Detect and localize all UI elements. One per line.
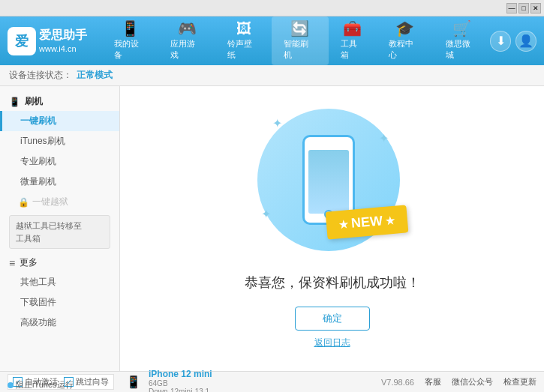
sidebar-more-header: ≡ 更多 (0, 252, 119, 272)
itunes-flash-label: iTunes刷机 (20, 136, 65, 146)
device-info: iPhone 12 mini 64GB Down-12mini-13,1 (149, 369, 212, 393)
nav-apps-games[interactable]: 🎮 应用游戏 (158, 16, 215, 65)
tutorial-icon: 🎓 (395, 21, 414, 36)
minimize-button[interactable]: — (506, 3, 517, 13)
more-label: 更多 (20, 256, 38, 269)
flash-section-icon: 📱 (9, 97, 20, 107)
smart-flash-icon: 🔄 (290, 21, 309, 36)
device-system: Down-12mini-13,1 (149, 388, 212, 393)
confirm-button[interactable]: 确定 (295, 307, 370, 331)
sidebar-item-pro-flash[interactable]: 专业刷机 (0, 151, 119, 172)
sidebar-item-download-firmware[interactable]: 下载固件 (0, 292, 119, 313)
logo-sub-text: www.i4.cn (39, 43, 87, 55)
nav-my-device-label: 我的设备 (114, 38, 146, 61)
download-firmware-label: 下载固件 (20, 297, 56, 307)
sidebar-item-one-key-flash[interactable]: 一键刷机 (0, 111, 119, 131)
my-device-icon: 📱 (121, 21, 140, 36)
sparkle-icon-3: ✦ (261, 207, 271, 221)
sidebar-note-line1: 越狱工具已转移至 (16, 220, 104, 232)
advanced-label: 高级功能 (20, 317, 56, 328)
close-button[interactable]: ✕ (530, 3, 541, 13)
nav-bar: 📱 我的设备 🎮 应用游戏 🖼 铃声壁纸 🔄 智能刷机 🧰 工具箱 🎓 教程中心… (102, 16, 490, 65)
nav-wallpaper-label: 铃声壁纸 (227, 38, 260, 61)
sidebar-flash-header: 📱 刷机 (0, 92, 119, 111)
nav-tutorial-label: 教程中心 (389, 38, 421, 61)
customer-service-link[interactable]: 客服 (425, 376, 441, 388)
success-text: 恭喜您，保资料刷机成功啦！ (245, 274, 420, 292)
nav-tutorial[interactable]: 🎓 教程中心 (377, 16, 433, 65)
status-bar: 设备连接状态： 正常模式 (0, 65, 544, 86)
nav-smart-flash[interactable]: 🔄 智能刷机 (272, 16, 328, 65)
nav-weidian[interactable]: 🛒 微思微城 (434, 16, 490, 65)
wallpaper-icon: 🖼 (236, 21, 251, 36)
jailbreak-label: 一键越狱 (32, 196, 68, 208)
bottom-bar: ✓ 自动激活 ✓ 跳过向导 📱 iPhone 12 mini 64GB Down… (0, 371, 544, 392)
phone-illustration: ✦ ✦ ✦ NEW (257, 109, 407, 259)
sidebar-jailbreak-disabled: 🔒 一键越狱 (0, 192, 119, 212)
itunes-status: 阻止iTunes运行 (8, 379, 74, 391)
header-right: ⬇ 👤 (490, 31, 536, 52)
micro-flash-label: 微量刷机 (20, 176, 56, 187)
logo-main-text: 爱思助手 (39, 27, 87, 43)
sidebar-note-line2: 工具箱 (16, 232, 104, 245)
one-key-flash-label: 一键刷机 (20, 115, 56, 126)
sidebar: 📱 刷机 一键刷机 iTunes刷机 专业刷机 微量刷机 🔒 一键越狱 越狱工具… (0, 86, 120, 371)
user-button[interactable]: 👤 (515, 31, 536, 52)
status-label: 设备连接状态： (9, 69, 72, 82)
window-controls[interactable]: — □ ✕ (506, 3, 541, 13)
device-storage: 64GB (149, 379, 212, 388)
more-icon: ≡ (9, 257, 15, 269)
wechat-official-link[interactable]: 微信公众号 (452, 376, 493, 388)
sidebar-note: 越狱工具已转移至 工具箱 (9, 215, 110, 249)
flash-section-label: 刷机 (25, 95, 43, 108)
check-update-link[interactable]: 检查更新 (503, 376, 536, 388)
lock-icon: 🔒 (18, 197, 29, 208)
device-name: iPhone 12 mini (149, 369, 212, 379)
status-value: 正常模式 (77, 69, 113, 82)
nav-weidian-label: 微思微城 (446, 38, 478, 61)
back-link[interactable]: 返回日志 (314, 337, 350, 349)
skip-wizard-label: 跳过向导 (76, 376, 109, 388)
logo-char: 爱 (15, 32, 29, 50)
sidebar-item-advanced[interactable]: 高级功能 (0, 313, 119, 333)
sparkle-icon-1: ✦ (272, 116, 282, 130)
main-content: ✦ ✦ ✦ NEW 恭喜您，保资料刷机成功啦！ 确定 返回日志 (120, 86, 544, 371)
device-phone-icon: 📱 (126, 375, 141, 389)
sidebar-item-itunes-flash[interactable]: iTunes刷机 (0, 131, 119, 151)
sparkle-icon-2: ✦ (379, 131, 389, 145)
logo-text: 爱思助手 www.i4.cn (39, 27, 87, 55)
weidian-icon: 🛒 (452, 21, 471, 36)
maximize-button[interactable]: □ (518, 3, 529, 13)
nav-wallpaper[interactable]: 🖼 铃声壁纸 (215, 16, 272, 65)
main-layout: 📱 刷机 一键刷机 iTunes刷机 专业刷机 微量刷机 🔒 一键越狱 越狱工具… (0, 86, 544, 371)
phone-circle: ✦ ✦ ✦ NEW (257, 109, 400, 251)
pro-flash-label: 专业刷机 (20, 156, 56, 166)
itunes-dot-icon (8, 382, 14, 388)
nav-smart-flash-label: 智能刷机 (284, 38, 316, 61)
nav-my-device[interactable]: 📱 我的设备 (102, 16, 158, 65)
itunes-status-label: 阻止iTunes运行 (16, 379, 74, 391)
bottom-right: V7.98.66 客服 微信公众号 检查更新 (381, 376, 536, 388)
nav-toolbox-label: 工具箱 (341, 38, 365, 61)
nav-toolbox[interactable]: 🧰 工具箱 (329, 16, 377, 65)
phone-screen (308, 150, 349, 214)
download-button[interactable]: ⬇ (490, 31, 511, 52)
toolbox-icon: 🧰 (343, 21, 362, 36)
nav-apps-games-label: 应用游戏 (170, 38, 203, 61)
other-tools-label: 其他工具 (20, 277, 56, 287)
sidebar-item-micro-flash[interactable]: 微量刷机 (0, 172, 119, 192)
logo: 爱 爱思助手 www.i4.cn (8, 27, 87, 55)
version-text: V7.98.66 (381, 378, 414, 387)
apps-games-icon: 🎮 (178, 21, 197, 36)
logo-icon: 爱 (8, 27, 36, 55)
sidebar-item-other-tools[interactable]: 其他工具 (0, 272, 119, 292)
title-bar: — □ ✕ (0, 0, 544, 16)
header: 爱 爱思助手 www.i4.cn 📱 我的设备 🎮 应用游戏 🖼 铃声壁纸 🔄 … (0, 16, 544, 65)
